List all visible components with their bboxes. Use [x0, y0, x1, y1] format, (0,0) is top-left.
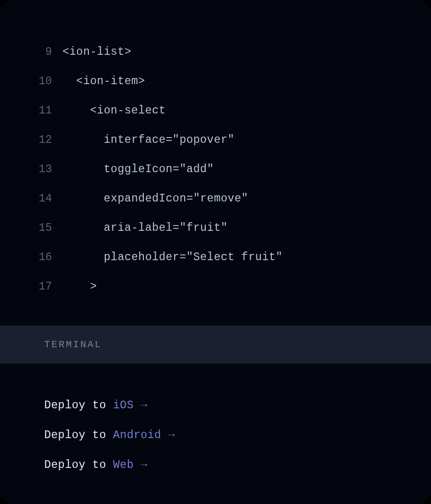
- code-line[interactable]: 10 <ion-item>: [0, 67, 431, 96]
- terminal-line[interactable]: Deploy to Android →: [44, 420, 387, 450]
- line-number: 13: [0, 155, 63, 184]
- editor-window: 9<ion-list>10 <ion-item>11 <ion-select12…: [0, 0, 431, 504]
- terminal-header: TERMINAL: [0, 326, 431, 364]
- line-content: <ion-item>: [63, 67, 145, 96]
- deploy-prefix: Deploy to: [44, 429, 113, 441]
- deploy-target: Web: [113, 459, 134, 471]
- code-line[interactable]: 11 <ion-select: [0, 96, 431, 126]
- deploy-target: Android: [113, 429, 161, 441]
- line-content: expandedIcon="remove": [63, 184, 248, 214]
- line-content: toggleIcon="add": [63, 155, 214, 184]
- code-line[interactable]: 15 aria-label="fruit": [0, 214, 431, 243]
- deploy-target: iOS: [113, 399, 134, 412]
- line-content: interface="popover": [63, 126, 235, 155]
- code-line[interactable]: 13 toggleIcon="add": [0, 155, 431, 184]
- code-editor[interactable]: 9<ion-list>10 <ion-item>11 <ion-select12…: [0, 0, 431, 326]
- code-line[interactable]: 17 >: [0, 272, 431, 302]
- terminal-line[interactable]: Deploy to Web →: [44, 450, 387, 480]
- terminal-label: TERMINAL: [44, 339, 102, 350]
- line-number: 9: [0, 38, 63, 67]
- terminal-panel[interactable]: Deploy to iOS →Deploy to Android →Deploy…: [0, 364, 431, 504]
- arrow-right-icon: →: [134, 399, 148, 412]
- line-content: <ion-select: [63, 96, 166, 126]
- deploy-prefix: Deploy to: [44, 459, 113, 471]
- code-line[interactable]: 16 placeholder="Select fruit": [0, 243, 431, 272]
- terminal-line[interactable]: Deploy to iOS →: [44, 391, 387, 420]
- line-number: 11: [0, 96, 63, 126]
- arrow-right-icon: →: [134, 459, 148, 471]
- line-number: 12: [0, 126, 63, 155]
- line-number: 10: [0, 67, 63, 96]
- code-line[interactable]: 9<ion-list>: [0, 38, 431, 67]
- line-number: 17: [0, 272, 63, 302]
- line-content: <ion-list>: [63, 38, 131, 67]
- line-content: >: [63, 272, 97, 302]
- line-number: 14: [0, 184, 63, 214]
- deploy-prefix: Deploy to: [44, 399, 113, 412]
- line-number: 15: [0, 214, 63, 243]
- code-line[interactable]: 14 expandedIcon="remove": [0, 184, 431, 214]
- line-number: 16: [0, 243, 63, 272]
- line-content: aria-label="fruit": [63, 214, 228, 243]
- arrow-right-icon: →: [161, 429, 175, 441]
- line-content: placeholder="Select fruit": [63, 243, 283, 272]
- code-line[interactable]: 12 interface="popover": [0, 126, 431, 155]
